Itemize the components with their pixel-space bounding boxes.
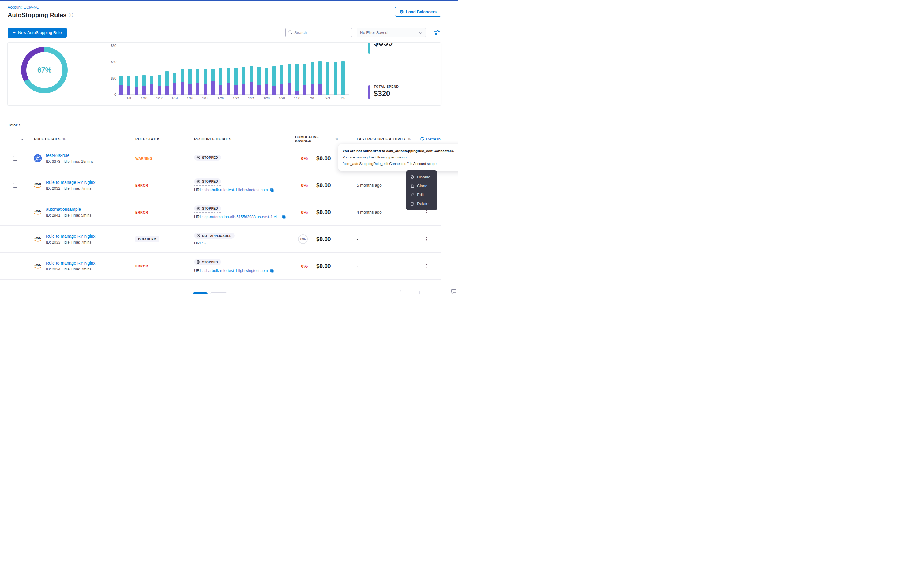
menu-item-clone[interactable]: Clone [406, 181, 437, 190]
resource-url-link[interactable]: sha-bulk-rule-test-1.lightwingtest.com [204, 188, 267, 192]
resource-url-link[interactable]: qa-automation-alb-515563988.us-east-1.el… [204, 215, 280, 219]
not-applicable-icon [196, 234, 200, 238]
table-row[interactable]: aws Rule to manage RY Nginx ID: 2032 | I… [0, 172, 441, 199]
resource-url-link[interactable]: sha-bulk-rule-test-1.lightwingtest.com [204, 268, 267, 273]
filter-panel-icon[interactable] [434, 30, 440, 35]
row-menu-button[interactable]: ⋮ [422, 262, 431, 270]
disable-icon [410, 175, 414, 179]
table-row[interactable]: aws Rule to manage RY Nginx ID: 2034 | I… [0, 253, 441, 279]
column-cumulative-savings: CUMULATIVE SAVINGS [295, 135, 333, 142]
bulk-select-chevron-icon[interactable] [20, 136, 24, 142]
copy-icon[interactable] [282, 215, 286, 219]
menu-item-disable[interactable]: Disable [406, 173, 437, 181]
chart-bars [120, 45, 345, 95]
column-rule-status: RULE STATUS [135, 137, 160, 141]
new-autostopping-rule-button[interactable]: + New AutoStopping Rule [8, 27, 67, 38]
row-checkbox[interactable] [13, 210, 18, 215]
permission-tooltip: You are not authorized to ccm_autostoppi… [338, 144, 458, 171]
status-badge: ERROR [135, 210, 148, 215]
rule-name-link[interactable]: test-k8s-rule [46, 153, 93, 158]
rule-name-link[interactable]: Rule to manage RY Nginx [46, 234, 95, 239]
donut-center: 67% [26, 52, 63, 88]
row-checkbox[interactable] [13, 237, 18, 241]
chart-bar [303, 64, 306, 95]
x-axis-label: 1/14 [172, 96, 178, 100]
resource-state-badge: STOPPED [194, 155, 221, 161]
edit-icon [410, 193, 414, 197]
resource-state-badge: STOPPED [194, 178, 221, 184]
tooltip-line: You are missing the following permission… [343, 154, 458, 161]
load-balancers-button[interactable]: ⚙ Load Balancers [395, 7, 441, 16]
summary-card: 67% 0$20$40$60 1/81/101/121/141/161/181/… [7, 42, 441, 105]
info-icon[interactable]: ⓘ [69, 13, 73, 18]
row-menu-button[interactable]: ⋮ [422, 235, 431, 244]
table-row[interactable]: aws Rule to manage RY Nginx ID: 2033 | I… [0, 226, 441, 253]
status-badge: DISABLED [135, 236, 159, 242]
chart-bar [204, 68, 207, 95]
chart-bar [120, 76, 123, 95]
refresh-icon [420, 137, 424, 141]
refresh-button[interactable]: Refresh [420, 137, 440, 141]
resource-state-badge: STOPPED [194, 259, 221, 265]
chart-bar [265, 68, 268, 95]
savings-percent: 0% [301, 263, 307, 268]
savings-percent: 0% [301, 210, 307, 215]
chart-bar [142, 75, 146, 95]
copy-icon[interactable] [270, 188, 274, 192]
aws-icon: aws [33, 183, 42, 188]
spend-savings-bar-chart: 0$20$40$60 1/81/101/121/141/161/181/201/… [99, 45, 354, 104]
x-axis-label: 1/22 [233, 96, 239, 100]
chart-bar [295, 64, 299, 95]
copy-icon[interactable] [270, 269, 274, 273]
url-label: URL: [194, 241, 203, 246]
aws-icon: aws [33, 263, 42, 269]
chart-bar [341, 61, 345, 95]
row-checkbox[interactable] [13, 156, 18, 161]
row-checkbox[interactable] [13, 264, 18, 268]
rule-meta: ID: 2941 | Idle Time: 5mins [46, 213, 91, 218]
gear-icon: ⚙ [400, 10, 403, 14]
chart-bar [173, 73, 176, 95]
x-axis-label: 1/8 [126, 96, 131, 100]
savings-amount: $0.00 [307, 236, 338, 242]
y-axis-label: $60 [99, 44, 117, 47]
savings-percent: 0% [298, 234, 307, 244]
table-header: RULE DETAILS⇅ RULE STATUS RESOURCE DETAI… [0, 133, 441, 145]
chart-bar [249, 66, 253, 95]
last-activity: 4 months ago [338, 210, 412, 215]
search-box [285, 28, 352, 37]
x-axis-label: 2/5 [341, 96, 345, 100]
column-last-activity: LAST RESOURCE ACTIVITY [357, 137, 406, 141]
search-icon [288, 30, 292, 36]
url-label: URL: [194, 268, 203, 273]
menu-item-delete[interactable]: Delete [406, 199, 437, 208]
column-rule-details: RULE DETAILS [34, 137, 60, 141]
sort-icon[interactable]: ⇅ [335, 137, 338, 141]
x-axis-label: 1/24 [248, 96, 254, 100]
x-axis-label: 1/28 [278, 96, 285, 100]
rule-name-link[interactable]: automationsample [46, 207, 91, 212]
filter-saved-dropdown[interactable]: No Filter Saved [357, 28, 426, 37]
rule-name-link[interactable]: Rule to manage RY Nginx [46, 180, 95, 185]
row-checkbox[interactable] [13, 183, 18, 187]
total-spend-value: $320 [374, 89, 399, 98]
x-axis-label: 1/18 [202, 96, 208, 100]
y-axis-label: $20 [99, 76, 117, 80]
select-all-checkbox[interactable] [13, 137, 18, 141]
x-axis-label: 2/3 [325, 96, 330, 100]
sort-icon[interactable]: ⇅ [63, 137, 66, 141]
y-axis-label: 0 [99, 93, 117, 96]
table-row[interactable]: aws automationsample ID: 2941 | Idle Tim… [0, 199, 441, 226]
search-input[interactable] [294, 30, 349, 35]
pagination-page-button[interactable] [210, 292, 227, 294]
clone-icon [410, 184, 414, 188]
sort-icon[interactable]: ⇅ [408, 137, 411, 141]
help-chat-icon[interactable] [451, 289, 457, 294]
chevron-down-icon [419, 30, 422, 35]
spend-stat-bar [368, 86, 370, 99]
menu-item-edit[interactable]: Edit [406, 190, 437, 199]
rule-name-link[interactable]: Rule to manage RY Nginx [46, 261, 95, 265]
rule-meta: ID: 2033 | Idle Time: 7mins [46, 240, 95, 244]
pagination-current-page-button[interactable] [193, 292, 207, 294]
account-breadcrumb[interactable]: Account: CCM-NG [8, 5, 39, 10]
